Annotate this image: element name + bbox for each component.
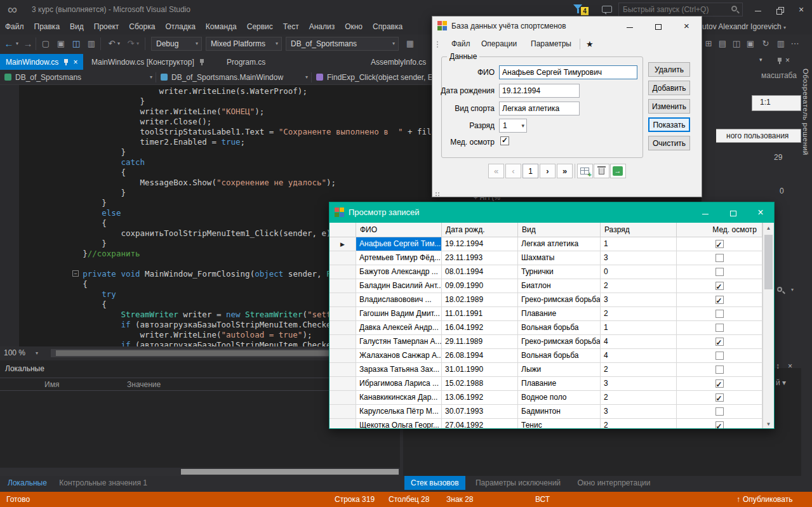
delete-record-button[interactable] <box>594 164 609 178</box>
code-line[interactable]: writer.WriteLine(s.WaterProof); <box>44 86 460 96</box>
toolbar-icon[interactable]: ▣ <box>744 37 757 51</box>
vs-menu-item-10[interactable]: Окно <box>340 19 368 34</box>
grid-cell[interactable]: Шахматы <box>518 251 601 265</box>
grid-cell-med[interactable] <box>677 363 762 376</box>
grid-cell[interactable]: 13.06.1992 <box>442 391 518 404</box>
back-dropdown-icon[interactable]: ▾ <box>14 37 20 51</box>
vs-menu-item-1[interactable]: Правка <box>29 19 65 34</box>
go-button[interactable]: → <box>610 164 626 178</box>
grid-cell[interactable]: Вольная борьба <box>518 349 601 362</box>
code-line[interactable]: writer.WriteLine("КОНЕЦ"); <box>44 107 460 117</box>
zoom-dropdown-icon[interactable]: ▾ <box>36 350 38 356</box>
menu-operations[interactable]: Операции <box>481 36 517 53</box>
grid-cell-med[interactable] <box>677 237 762 251</box>
sport-input[interactable] <box>499 102 580 115</box>
row-selector[interactable] <box>329 405 356 418</box>
table-row[interactable]: Бажутов Александр ...08.01.1994Турнички0 <box>329 265 762 279</box>
vs-menu-item-11[interactable]: Справка <box>368 19 408 34</box>
grid-cell[interactable]: Карулселька Пётр М... <box>356 405 442 418</box>
grid-cell[interactable]: Ибрагимова Лариса ... <box>356 377 442 390</box>
grid-cell-med[interactable] <box>677 335 762 348</box>
toolbar-icon[interactable]: ◫ <box>730 37 743 51</box>
row-selector[interactable] <box>329 349 356 362</box>
grid-cell[interactable]: 2 <box>601 363 677 376</box>
vs-menu-item-7[interactable]: Сервис <box>242 19 278 34</box>
table-row[interactable]: Давка Алексей Андр...16.04.1992Вольная б… <box>329 321 762 335</box>
row-selector[interactable] <box>329 307 356 320</box>
delete-button[interactable]: Удалить <box>648 62 690 77</box>
position-input[interactable] <box>522 164 538 178</box>
grid-cell[interactable]: 29.11.1989 <box>442 335 518 348</box>
grid-cell[interactable]: 26.08.1994 <box>442 349 518 362</box>
panel-combo-fragment[interactable]: й ▾ <box>776 378 786 387</box>
grid-cell[interactable]: Плавание <box>518 377 601 390</box>
records-maximize-button[interactable] <box>719 202 747 223</box>
grid-cell[interactable]: Тенис <box>518 419 601 429</box>
grid-cell[interactable]: 2 <box>601 419 677 429</box>
grid-cell[interactable]: 1 <box>601 237 677 251</box>
show-button[interactable]: Показать <box>648 117 690 132</box>
grid-cell[interactable]: Водное поло <box>518 391 601 404</box>
grid-cell[interactable]: 09.09.1990 <box>442 279 518 293</box>
med-checkbox[interactable] <box>715 421 724 429</box>
grid-cell[interactable]: Канавкикинская Дар... <box>356 391 442 404</box>
navigate-back-icon[interactable]: ← <box>3 37 15 51</box>
panel-close-icon[interactable]: × <box>788 362 792 371</box>
table-row[interactable]: Карулселька Пётр М...30.07.1993Бадминтон… <box>329 405 762 419</box>
grid-cell[interactable]: Вольная борьба <box>518 321 601 334</box>
table-row[interactable]: Жалаханов Санжар А...26.08.1994Вольная б… <box>329 349 762 363</box>
search-icon[interactable] <box>777 287 782 292</box>
grid-cell[interactable]: Бажутов Александр ... <box>356 265 442 279</box>
grid-cell[interactable]: Жалаханов Санжар А... <box>356 349 442 362</box>
fio-input[interactable] <box>499 65 637 79</box>
grid-cell-med[interactable] <box>677 293 762 306</box>
edit-button[interactable]: Изменить <box>648 99 690 114</box>
favorite-star-icon[interactable]: ★ <box>586 36 594 53</box>
grid-cell[interactable]: 27.04.1992 <box>442 419 518 429</box>
grid-cell[interactable]: 3 <box>601 293 677 306</box>
grid-cell-med[interactable] <box>677 307 762 320</box>
med-checkbox[interactable] <box>715 310 724 318</box>
vs-restore-button[interactable] <box>769 0 790 19</box>
project-dropdown[interactable]: DB_of_Sportsmans ▾ <box>3 71 154 84</box>
grid-cell[interactable]: Лыжи <box>518 363 601 376</box>
tab-watch-1[interactable]: Контрольные значения 1 <box>54 476 152 490</box>
save-all-icon[interactable]: ▥ <box>85 37 98 51</box>
grid-cell[interactable]: 16.04.1992 <box>442 321 518 334</box>
table-row[interactable]: Артемьев Тимур Фёд...23.11.1993Шахматы3 <box>329 251 762 265</box>
med-checkbox[interactable] <box>715 240 724 248</box>
toolbar-icon[interactable]: ▥ <box>775 37 787 51</box>
grid-cell-med[interactable] <box>677 391 762 404</box>
row-selector[interactable] <box>329 265 356 279</box>
med-checkbox[interactable] <box>715 352 724 360</box>
col-header-sport[interactable]: Вид <box>518 223 601 237</box>
grid-cell[interactable]: 3 <box>601 251 677 265</box>
row-selector[interactable] <box>329 377 356 390</box>
pin-icon[interactable] <box>199 59 204 65</box>
configuration-dropdown[interactable]: Debug▾ <box>151 37 202 51</box>
grid-cell-med[interactable] <box>677 321 762 334</box>
grid-vertical-scrollbar[interactable]: ▲ ▼ <box>762 223 774 429</box>
minimize-button[interactable] <box>615 17 644 35</box>
user-account-button[interactable]: utov Alexandr Igorevich ▾ <box>702 19 786 36</box>
birthdate-input[interactable] <box>499 84 580 98</box>
code-line[interactable]: catch <box>44 157 460 168</box>
attach-icon[interactable]: ▦ <box>404 37 416 51</box>
move-previous-button[interactable]: ‹ <box>505 164 521 178</box>
code-line[interactable]: timer2.Enabled = true; <box>44 137 460 147</box>
grid-cell[interactable]: 19.12.1994 <box>442 237 518 251</box>
corner-header-cell[interactable] <box>329 223 356 237</box>
grid-cell[interactable]: 0 <box>601 265 677 279</box>
vs-close-button[interactable]: × <box>790 0 812 19</box>
code-line[interactable]: } <box>44 147 460 157</box>
grid-cell[interactable]: 11.01.1991 <box>442 307 518 320</box>
row-selector[interactable]: ▶ <box>329 237 356 251</box>
tab-mainwindow-cs[interactable]: MainWindow.cs × <box>0 54 83 70</box>
grid-cell[interactable]: Артемьев Тимур Фёд... <box>356 251 442 265</box>
toolbar-icon[interactable]: ↻ <box>759 37 772 51</box>
grid-cell[interactable]: 23.11.1993 <box>442 251 518 265</box>
open-file-icon[interactable]: ▣ <box>55 37 67 51</box>
grid-cell[interactable]: 4 <box>601 335 677 348</box>
table-row[interactable]: Ибрагимова Лариса ...15.02.1988Плавание3 <box>329 377 762 391</box>
col-header-date[interactable]: Дата рожд. <box>442 223 518 237</box>
